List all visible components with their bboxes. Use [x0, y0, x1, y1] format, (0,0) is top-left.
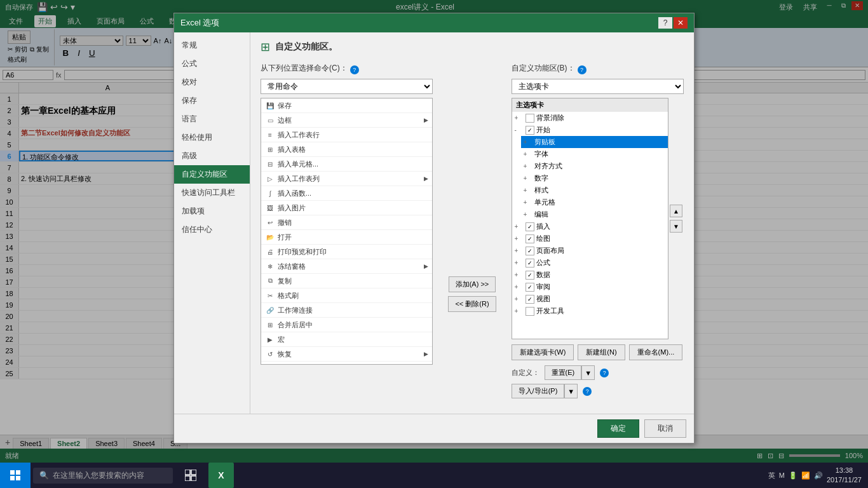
- cmd-label: 复制: [278, 276, 292, 286]
- sidebar-quick-access[interactable]: 快速访问工具栏: [174, 184, 250, 202]
- sidebar-proofing[interactable]: 校对: [174, 73, 250, 92]
- list-item[interactable]: ↺ 恢复 ▶: [261, 347, 432, 362]
- ok-btn[interactable]: 确定: [597, 419, 639, 438]
- list-item[interactable]: ↩ 撤销: [261, 215, 432, 230]
- customize-ribbon-icon: ⊞: [261, 40, 270, 54]
- save-cmd-icon: 💾: [265, 100, 275, 111]
- excel-taskbar-icon[interactable]: X: [208, 463, 234, 488]
- tree-item-formula-tab[interactable]: + ✓ 公式: [512, 257, 668, 269]
- lang-indicator[interactable]: 英: [768, 471, 775, 480]
- command-list[interactable]: 💾 保存 ▭ 边框 ▶ ≡ 插入工作表行: [261, 98, 433, 365]
- tree-item-draw[interactable]: + ✓ 绘图: [512, 233, 668, 245]
- tree-item-page-layout[interactable]: + ✓ 页面布局: [512, 245, 668, 257]
- taskview-btn[interactable]: [178, 463, 203, 488]
- list-item[interactable]: ▭ 边框 ▶: [261, 113, 432, 128]
- add-command-btn[interactable]: 添加(A) >>: [449, 276, 496, 292]
- list-item[interactable]: 🖼 插入图片: [261, 201, 432, 215]
- cmd-label: 宏: [278, 335, 285, 344]
- tree-item-font[interactable]: + 字体: [521, 148, 668, 160]
- list-item[interactable]: ⊞ 合并后居中: [261, 318, 432, 332]
- sidebar-accessibility[interactable]: 轻松使用: [174, 128, 250, 147]
- redo-cmd-icon: ↺: [265, 349, 275, 359]
- sidebar-customize-ribbon[interactable]: 自定义功能区: [174, 165, 250, 184]
- list-item[interactable]: ✂ 格式刷: [261, 288, 432, 303]
- cmd-label: 工作簿连接: [278, 306, 313, 315]
- reset-info-icon: ?: [600, 369, 609, 377]
- rename-btn[interactable]: 重命名(M)...: [629, 344, 683, 360]
- checkbox-page-layout[interactable]: ✓: [526, 247, 534, 255]
- checkbox-draw[interactable]: ✓: [526, 234, 534, 243]
- sidebar-language[interactable]: 语言: [174, 110, 250, 128]
- cancel-btn[interactable]: 取消: [644, 419, 686, 438]
- tree-item-editing[interactable]: + 编辑: [521, 208, 668, 220]
- list-item[interactable]: A 减小字号: [261, 362, 432, 365]
- checkbox-insert[interactable]: ✓: [526, 222, 534, 231]
- expand-icon: +: [515, 271, 524, 278]
- list-item[interactable]: ≡ 插入工作表行: [261, 128, 432, 142]
- checkbox-bg-remove[interactable]: [526, 114, 534, 123]
- list-item[interactable]: 🔗 工作簿连接: [261, 303, 432, 318]
- cmd-label: 插入函数...: [278, 189, 311, 198]
- tree-item-alignment[interactable]: + 对齐方式: [521, 160, 668, 172]
- checkbox-view-tab[interactable]: ✓: [526, 295, 534, 304]
- sidebar-trust-center[interactable]: 信任中心: [174, 220, 250, 239]
- taskbar-time[interactable]: 13:38 2017/11/27: [827, 466, 862, 485]
- reset-btn[interactable]: 重置(E): [545, 365, 582, 380]
- new-tab-btn[interactable]: 新建选项卡(W): [512, 344, 574, 360]
- merge-center-icon: ⊞: [265, 320, 275, 330]
- tree-item-styles[interactable]: + 样式: [521, 184, 668, 196]
- list-item[interactable]: ▶ 宏: [261, 332, 432, 347]
- list-item[interactable]: ▷ 插入工作表列 ▶: [261, 172, 432, 186]
- taskbar: 🔍 在这里输入您要搜索的内容 X 英 M 🔋 📶 🔊 13:38 2017/11…: [0, 463, 868, 488]
- sidebar-addins[interactable]: 加载项: [174, 202, 250, 220]
- import-export-dropdown-btn[interactable]: ▼: [564, 384, 578, 398]
- checkbox-data-tab[interactable]: ✓: [526, 271, 534, 280]
- list-item[interactable]: ❄ 冻结窗格 ▶: [261, 259, 432, 274]
- sidebar-save[interactable]: 保存: [174, 92, 250, 110]
- sidebar-general[interactable]: 常规: [174, 36, 250, 55]
- expand-icon: +: [524, 175, 532, 182]
- sidebar-formula[interactable]: 公式: [174, 55, 250, 73]
- tree-item-cells[interactable]: + 单元格: [521, 196, 668, 208]
- taskbar-search-box[interactable]: 🔍 在这里输入您要搜索的内容: [33, 468, 173, 484]
- import-export-btn[interactable]: 导入/导出(P): [512, 384, 565, 398]
- tree-label: 数字: [534, 173, 548, 183]
- checkbox-formula-tab[interactable]: ✓: [526, 259, 534, 268]
- list-item[interactable]: ∫ 插入函数...: [261, 186, 432, 201]
- reset-dropdown: 重置(E) ▼: [545, 365, 595, 380]
- dialog-close-btn[interactable]: ✕: [674, 17, 688, 29]
- list-item[interactable]: 📂 打开: [261, 230, 432, 245]
- tree-item-insert[interactable]: + ✓ 插入: [512, 220, 668, 233]
- tree-item-developer[interactable]: + 开发工具: [512, 305, 668, 317]
- checkbox-developer[interactable]: [526, 307, 534, 316]
- right-ribbon-dropdown[interactable]: 主选项卡: [512, 79, 684, 94]
- checkbox-review-tab[interactable]: ✓: [526, 283, 534, 292]
- list-item[interactable]: 💾 保存: [261, 98, 432, 113]
- list-item[interactable]: ⧉ 复制: [261, 274, 432, 288]
- start-button[interactable]: [0, 463, 31, 488]
- tree-item-bg-remove[interactable]: + 背景消除: [512, 112, 668, 124]
- remove-command-btn[interactable]: << 删除(R): [448, 296, 496, 312]
- checkbox-home[interactable]: ✓: [526, 126, 534, 135]
- left-command-dropdown[interactable]: 常用命令: [261, 79, 433, 94]
- sidebar-advanced[interactable]: 高级: [174, 147, 250, 165]
- input-method[interactable]: M: [779, 471, 785, 479]
- tree-item-review-tab[interactable]: + ✓ 审阅: [512, 281, 668, 293]
- move-down-btn[interactable]: ▼: [670, 220, 682, 233]
- tree-item-data-tab[interactable]: + ✓ 数据: [512, 269, 668, 281]
- tree-item-clipboard[interactable]: + 剪贴板: [521, 136, 668, 148]
- tree-item-home[interactable]: - ✓ 开始: [512, 124, 668, 136]
- ribbon-tree[interactable]: 主选项卡 + 背景消除 -: [512, 98, 668, 339]
- list-item[interactable]: ⊞ 插入表格: [261, 142, 432, 157]
- custom-row: 自定义： 重置(E) ▼ ?: [512, 365, 684, 380]
- tree-item-number[interactable]: + 数字: [521, 172, 668, 184]
- new-group-btn[interactable]: 新建组(N): [578, 344, 625, 360]
- dialog-help-btn[interactable]: ?: [658, 17, 672, 29]
- custom-label-text: 自定义：: [512, 368, 539, 377]
- tree-item-view-tab[interactable]: + ✓ 视图: [512, 293, 668, 305]
- expand-icon: +: [515, 247, 524, 254]
- list-item[interactable]: 🖨 打印预览和打印: [261, 245, 432, 259]
- move-up-btn[interactable]: ▲: [670, 205, 682, 217]
- reset-dropdown-btn[interactable]: ▼: [581, 365, 595, 380]
- list-item[interactable]: ⊟ 插入单元格...: [261, 157, 432, 172]
